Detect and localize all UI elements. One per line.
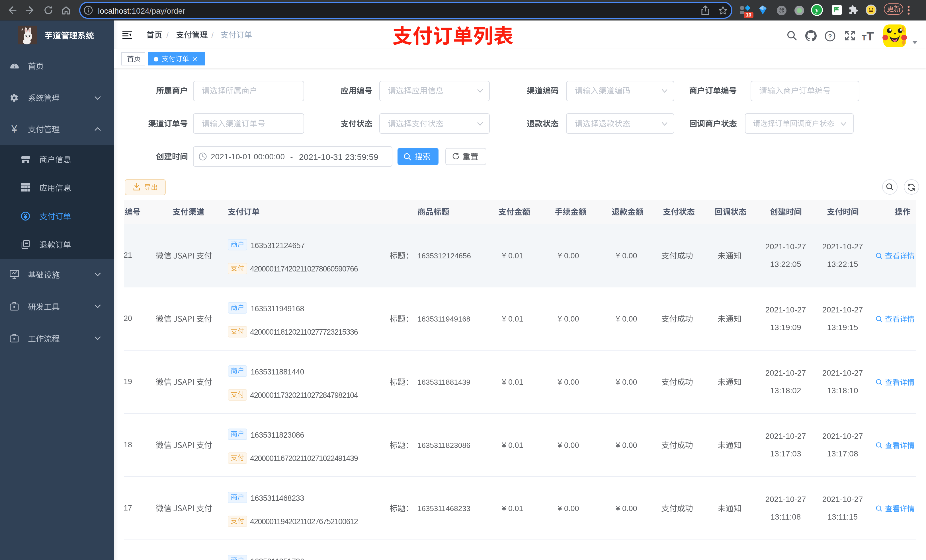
svg-text:y: y [815,6,819,14]
svg-text:⌘: ⌘ [779,7,784,14]
svg-text:?: ? [828,32,832,39]
